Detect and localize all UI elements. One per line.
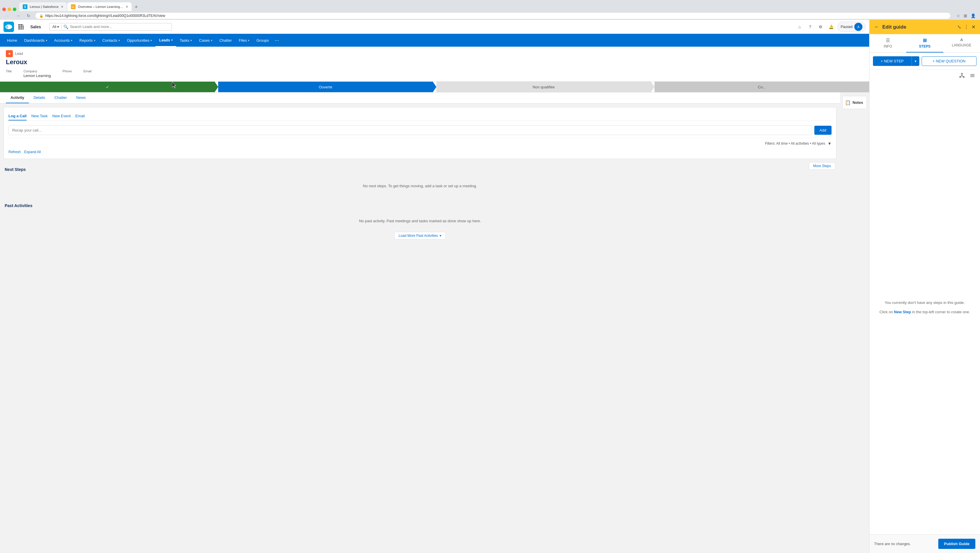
new-step-dropdown-button[interactable]: ▾ bbox=[912, 56, 920, 66]
profile-icon[interactable]: 👤 bbox=[970, 13, 977, 19]
eg-list-icon[interactable] bbox=[968, 71, 977, 80]
browser-actions: ☆ ⊞ 👤 bbox=[956, 13, 977, 19]
lead-field-phone-label: Phone bbox=[62, 70, 72, 73]
url-bar[interactable]: 🔒 https://eu14.lightning.force.com/light… bbox=[35, 12, 951, 19]
refresh-button[interactable]: ↻ bbox=[24, 12, 33, 20]
close-window-button[interactable] bbox=[2, 8, 6, 11]
lead-field-company-label: Company bbox=[23, 70, 51, 73]
bookmark-icon[interactable]: ☆ bbox=[956, 13, 961, 19]
setup-icon[interactable]: ⚙ bbox=[816, 23, 824, 31]
navbar-item-home[interactable]: Home bbox=[3, 34, 21, 47]
forward-button[interactable]: → bbox=[14, 12, 22, 20]
maximize-window-button[interactable] bbox=[13, 8, 16, 11]
main-left: Activity Details Chatter News bbox=[0, 92, 840, 244]
dashboards-chevron-icon: ▾ bbox=[46, 39, 47, 42]
subtab-new-event[interactable]: New Event bbox=[52, 112, 71, 121]
navbar-item-cases[interactable]: Cases ▾ bbox=[196, 34, 216, 47]
tab-chatter-label: Chatter bbox=[54, 95, 67, 100]
tab-1-favicon: S bbox=[23, 5, 27, 9]
minimize-window-button[interactable] bbox=[8, 8, 11, 11]
eg-back-button[interactable]: ← bbox=[874, 24, 880, 30]
search-all-chevron-icon: ▾ bbox=[57, 25, 59, 29]
svg-rect-9 bbox=[21, 28, 22, 29]
activity-input[interactable] bbox=[8, 126, 812, 135]
main-content-area: Activity Details Chatter News bbox=[0, 92, 869, 244]
navbar-item-files[interactable]: Files ▾ bbox=[235, 34, 253, 47]
lead-header: ★ Lead Leroux Title Company Lemon Learni… bbox=[0, 47, 869, 82]
sf-search-all-dropdown[interactable]: All ▾ bbox=[52, 25, 62, 29]
paused-indicator[interactable]: Paused A bbox=[837, 22, 865, 32]
navbar-item-leads[interactable]: Leads ▾ bbox=[156, 34, 176, 47]
svg-text:S: S bbox=[6, 25, 8, 29]
subtab-new-task[interactable]: New Task bbox=[31, 112, 48, 121]
filter-icon[interactable]: ▼ bbox=[827, 141, 832, 146]
sf-logo[interactable]: S bbox=[3, 22, 14, 32]
extensions-icon[interactable]: ⊞ bbox=[963, 13, 968, 19]
help-icon[interactable]: ? bbox=[806, 23, 814, 31]
status-step-pending2[interactable]: Co... bbox=[654, 82, 869, 92]
more-steps-button[interactable]: More Steps bbox=[809, 162, 835, 170]
tab-details[interactable]: Details bbox=[29, 92, 50, 103]
navbar-item-accounts[interactable]: Accounts ▾ bbox=[51, 34, 76, 47]
lead-field-email: Email bbox=[83, 70, 92, 78]
navbar-item-contacts[interactable]: Contacts ▾ bbox=[99, 34, 123, 47]
lead-type: ★ Lead bbox=[6, 50, 863, 57]
leads-chevron-icon: ▾ bbox=[171, 38, 173, 42]
eg-tab-info[interactable]: ☰ INFO bbox=[869, 34, 906, 52]
eg-tab-steps[interactable]: ⊞ STEPS bbox=[906, 34, 943, 52]
past-activities-divider bbox=[5, 210, 835, 211]
tab-chatter[interactable]: Chatter bbox=[50, 92, 72, 103]
eg-expand-icon[interactable]: ⤡ bbox=[957, 24, 961, 30]
eg-tree-icon[interactable] bbox=[957, 71, 967, 80]
load-more-activities-button[interactable]: Load More Past Activities ▾ bbox=[395, 232, 446, 240]
lead-field-email-label: Email bbox=[83, 70, 92, 73]
eg-tab-steps-label: STEPS bbox=[919, 44, 931, 48]
eg-new-step-link[interactable]: New Step bbox=[894, 310, 911, 314]
svg-point-13 bbox=[963, 76, 964, 78]
subtab-log-call[interactable]: Log a Call bbox=[8, 112, 27, 121]
navbar-item-reports[interactable]: Reports ▾ bbox=[76, 34, 99, 47]
eg-tab-language[interactable]: A LANGUAGE bbox=[943, 34, 980, 52]
browser-tab-2[interactable]: LL Overview – Lemon Learning Ad × bbox=[67, 2, 132, 11]
navbar-accounts-label: Accounts bbox=[54, 38, 70, 43]
svg-line-16 bbox=[962, 76, 964, 76]
notifications-icon[interactable]: 🔔 bbox=[827, 23, 835, 31]
refresh-link[interactable]: Refresh bbox=[8, 150, 21, 154]
sf-search-input[interactable] bbox=[70, 25, 169, 29]
eg-empty-message-1: You currently don't have any steps in th… bbox=[885, 300, 964, 306]
home-icon[interactable]: ⌂ bbox=[795, 23, 803, 31]
back-button[interactable]: ← bbox=[3, 12, 12, 20]
expand-all-link[interactable]: Expand All bbox=[24, 150, 41, 154]
notes-title: Notes bbox=[853, 100, 863, 105]
svg-rect-3 bbox=[21, 24, 22, 25]
new-tab-button[interactable]: + bbox=[132, 3, 140, 11]
status-step-active[interactable]: Ouverte bbox=[218, 82, 433, 92]
tab-news[interactable]: News bbox=[72, 92, 91, 103]
navbar-item-dashboards[interactable]: Dashboards ▾ bbox=[21, 34, 51, 47]
navbar-groups-label: Groups bbox=[256, 38, 269, 43]
new-step-button[interactable]: + NEW STEP bbox=[873, 56, 912, 66]
navbar-item-tasks[interactable]: Tasks ▾ bbox=[176, 34, 196, 47]
new-question-button[interactable]: + NEW QUESTION bbox=[922, 56, 977, 66]
eg-close-icon[interactable]: ✕ bbox=[972, 24, 975, 30]
tab-1-close[interactable]: × bbox=[61, 5, 63, 9]
eg-step-icons-row bbox=[869, 70, 980, 80]
app-launcher-icon[interactable] bbox=[16, 22, 25, 32]
svg-rect-5 bbox=[18, 26, 20, 28]
navbar-item-chatter[interactable]: Chatter bbox=[216, 34, 235, 47]
info-tab-icon: ☰ bbox=[886, 38, 890, 43]
status-step-pending[interactable]: Non qualifiée bbox=[436, 82, 651, 92]
eg-menu-icon[interactable]: ⋮ bbox=[964, 24, 969, 30]
navbar-item-opportunities[interactable]: Opportunities ▾ bbox=[123, 34, 156, 47]
navbar-item-groups[interactable]: Groups bbox=[253, 34, 272, 47]
tab-2-close[interactable]: × bbox=[126, 5, 128, 9]
sf-search-bar[interactable]: All ▾ 🔍 bbox=[49, 23, 172, 31]
lead-fields: Title Company Lemon Learning Phone Email bbox=[6, 70, 863, 78]
activity-add-button[interactable]: Add bbox=[815, 126, 832, 135]
status-step-done[interactable]: ✓ bbox=[0, 82, 215, 92]
publish-guide-button[interactable]: Publish Guide bbox=[938, 539, 975, 549]
subtab-email[interactable]: Email bbox=[75, 112, 85, 121]
navbar-more-button[interactable]: ··· bbox=[272, 37, 282, 43]
tab-activity[interactable]: Activity bbox=[6, 92, 29, 103]
browser-tab-1[interactable]: S Leroux | Salesforce × bbox=[19, 2, 67, 11]
